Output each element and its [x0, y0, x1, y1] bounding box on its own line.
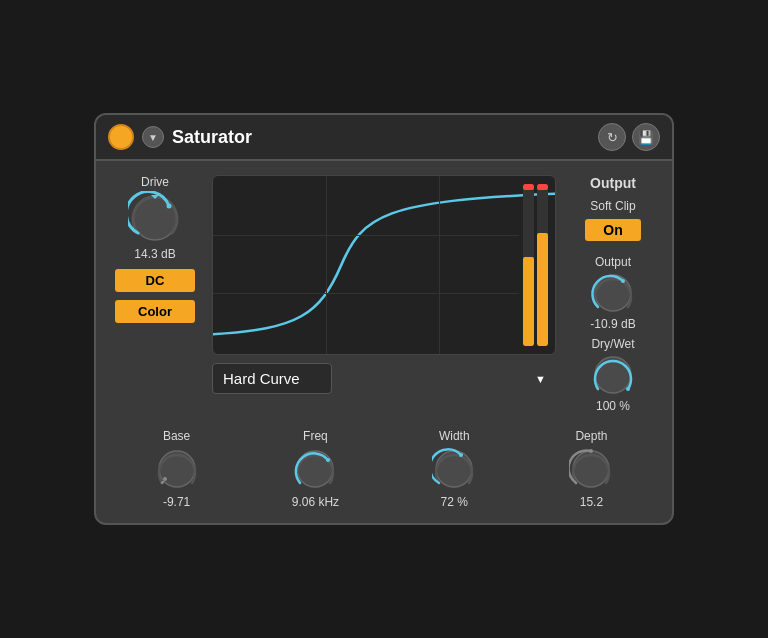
base-knob-group: Base -9.71 — [155, 429, 199, 509]
width-value: 72 % — [441, 495, 468, 509]
freq-value: 9.06 kHz — [292, 495, 339, 509]
svg-point-10 — [326, 458, 330, 462]
vu-meter — [523, 184, 551, 346]
save-icon: 💾 — [638, 130, 654, 145]
refresh-button[interactable]: ↻ — [598, 123, 626, 151]
output-knob-value: -10.9 dB — [590, 317, 635, 331]
drywet-knob-group: Dry/Wet 100 % — [591, 337, 635, 413]
dc-button[interactable]: DC — [115, 269, 195, 292]
plugin-title: Saturator — [172, 127, 590, 148]
output-section-label: Output — [590, 175, 636, 191]
right-column: Output Soft Clip On Output -10.9 dB Dry/… — [568, 175, 658, 413]
title-bar: ▼ Saturator ↻ 💾 — [96, 115, 672, 161]
drywet-knob[interactable] — [591, 353, 635, 397]
svg-point-7 — [159, 451, 195, 487]
depth-label: Depth — [575, 429, 607, 443]
freq-label: Freq — [303, 429, 328, 443]
svg-point-5 — [595, 357, 631, 393]
vu-level-right — [537, 233, 548, 346]
vu-clip-right — [537, 184, 548, 190]
drive-label: Drive — [141, 175, 169, 189]
drywet-label: Dry/Wet — [591, 337, 634, 351]
save-button[interactable]: 💾 — [632, 123, 660, 151]
saturation-curve — [213, 176, 555, 354]
drive-knob-group: Drive 14.3 dB — [128, 175, 182, 261]
vu-clip-left — [523, 184, 534, 190]
freq-knob[interactable] — [293, 447, 337, 491]
curve-type-row: Hard Curve Soft Curve Medium Curve — [212, 363, 556, 394]
base-label: Base — [163, 429, 190, 443]
output-knob-label: Output — [595, 255, 631, 269]
base-value: -9.71 — [163, 495, 190, 509]
base-knob[interactable] — [155, 447, 199, 491]
svg-point-1 — [167, 204, 172, 209]
svg-point-11 — [436, 451, 472, 487]
curve-type-select[interactable]: Hard Curve Soft Curve Medium Curve — [212, 363, 332, 394]
soft-clip-button[interactable]: On — [585, 219, 640, 241]
svg-point-4 — [621, 279, 625, 283]
drive-value: 14.3 dB — [134, 247, 175, 261]
drywet-value: 100 % — [596, 399, 630, 413]
left-column: Drive 14.3 dB — [110, 175, 200, 413]
color-button[interactable]: Color — [115, 300, 195, 323]
vu-bar-left — [523, 184, 534, 346]
depth-knob-group: Depth 15.2 — [569, 429, 613, 509]
plugin-container: ▼ Saturator ↻ 💾 Drive — [94, 113, 674, 525]
depth-value: 15.2 — [580, 495, 603, 509]
grid-v1 — [326, 176, 327, 354]
arrow-icon: ▼ — [148, 132, 158, 143]
grid-v2 — [439, 176, 440, 354]
bottom-row: Base -9.71 Freq — [96, 423, 672, 523]
refresh-icon: ↻ — [607, 130, 618, 145]
svg-point-13 — [573, 451, 609, 487]
grid-h2 — [213, 293, 519, 294]
arrow-button[interactable]: ▼ — [142, 126, 164, 148]
width-knob-group: Width 72 % — [432, 429, 476, 509]
svg-point-12 — [459, 453, 463, 457]
vu-level-left — [523, 257, 534, 346]
curve-display-area — [212, 175, 556, 355]
output-knob[interactable] — [591, 271, 635, 315]
drive-knob[interactable] — [128, 191, 182, 245]
svg-point-6 — [626, 387, 630, 391]
output-knob-group: Output -10.9 dB — [590, 255, 635, 331]
svg-point-14 — [589, 449, 593, 453]
width-label: Width — [439, 429, 470, 443]
power-button[interactable] — [108, 124, 134, 150]
freq-knob-group: Freq 9.06 kHz — [292, 429, 339, 509]
vu-bar-right — [537, 184, 548, 346]
curve-type-dropdown-wrap: Hard Curve Soft Curve Medium Curve — [212, 363, 556, 394]
depth-knob[interactable] — [569, 447, 613, 491]
title-icons: ↻ 💾 — [598, 123, 660, 151]
main-content: Drive 14.3 dB — [96, 161, 672, 423]
grid-h1 — [213, 235, 519, 236]
svg-point-8 — [163, 477, 167, 481]
width-knob[interactable] — [432, 447, 476, 491]
center-column: Hard Curve Soft Curve Medium Curve — [212, 175, 556, 413]
soft-clip-label: Soft Clip — [590, 199, 635, 213]
